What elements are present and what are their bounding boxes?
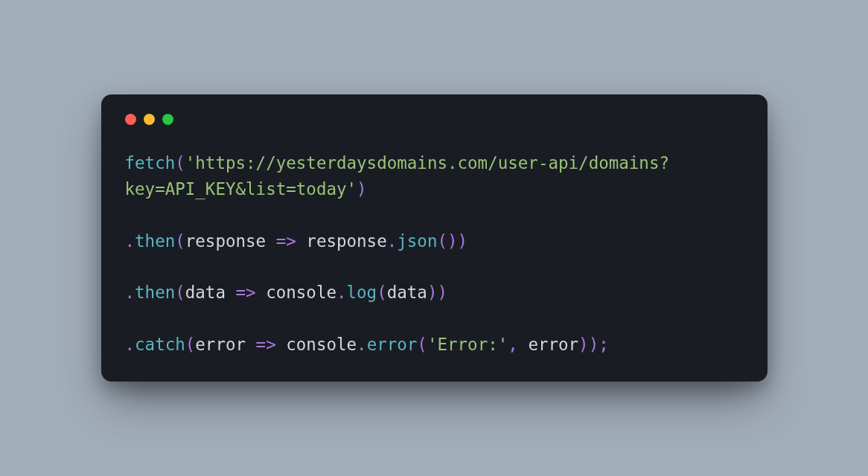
code-block[interactable]: fetch('https://yesterdaysdomains.com/use… (125, 150, 744, 358)
code-token-punc: ) (437, 283, 447, 302)
code-token-punc: ( (175, 153, 185, 173)
code-token-punc: ; (599, 335, 609, 354)
code-token-punc: . (125, 283, 135, 302)
code-token-fn: fetch (125, 153, 176, 173)
code-token-obj: console (286, 335, 357, 354)
code-token-prop: json (397, 231, 437, 251)
code-token-arrow: => (246, 335, 286, 354)
code-token-param: data (185, 283, 226, 302)
code-token-punc: ( (377, 283, 387, 302)
code-token-punc: ( (175, 283, 185, 302)
code-token-punc: ( (175, 231, 185, 251)
code-token-punc: . (336, 283, 347, 302)
minimize-icon[interactable] (144, 114, 155, 125)
code-token-string: 'https://yesterdaysdomains.com/user-api/… (125, 153, 670, 199)
code-token-prop: error (367, 335, 418, 354)
code-token-punc: . (387, 231, 398, 251)
code-token-punc: . (125, 335, 135, 354)
code-token-punc: . (357, 335, 367, 354)
code-token-punc: ) (357, 179, 367, 199)
code-token-punc: ) (589, 335, 599, 354)
code-token-arrow: => (226, 283, 266, 302)
code-token-obj: response (306, 231, 386, 251)
code-token-punc: ( (185, 335, 196, 354)
code-token-method: then (135, 231, 175, 251)
code-token-arrow: => (266, 231, 306, 251)
code-token-punc: . (125, 231, 135, 251)
code-token-punc: ) (427, 283, 438, 302)
code-token-string: 'Error:' (427, 335, 508, 354)
code-token-method: catch (135, 335, 185, 354)
code-token-param: error (195, 335, 246, 354)
code-snippet-window: fetch('https://yesterdaysdomains.com/use… (101, 94, 768, 382)
code-token-param: error (528, 335, 578, 354)
zoom-icon[interactable] (162, 114, 173, 125)
code-token-punc: ( (417, 335, 427, 354)
code-token-obj: console (266, 283, 336, 302)
code-token-punc: ) (458, 231, 468, 251)
code-token-punc: , (508, 335, 528, 354)
code-token-param: response (185, 231, 266, 251)
code-token-param: data (387, 283, 427, 302)
window-controls (125, 114, 744, 125)
code-token-method: then (135, 283, 175, 302)
code-token-punc: () (437, 231, 457, 251)
close-icon[interactable] (125, 114, 136, 125)
code-token-punc: ) (578, 335, 589, 354)
code-token-prop: log (347, 283, 377, 302)
